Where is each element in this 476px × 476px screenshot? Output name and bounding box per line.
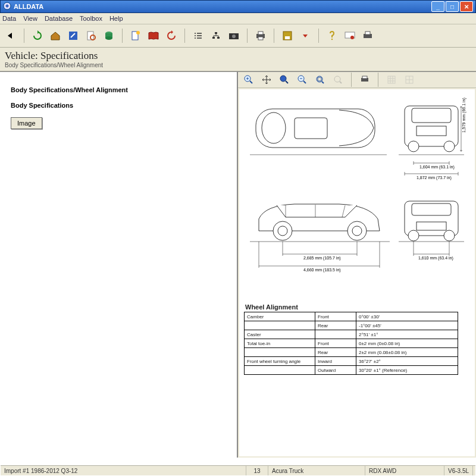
refresh-icon[interactable] — [30, 29, 45, 43]
svg-point-19 — [331, 39, 333, 40]
zoom-in-icon[interactable] — [242, 73, 256, 87]
svg-rect-32 — [388, 76, 395, 83]
save-icon[interactable] — [280, 29, 295, 43]
svg-rect-11 — [217, 37, 220, 39]
svg-rect-16 — [258, 37, 263, 40]
breadcrumb: Body Specifications/Wheel Alignment — [5, 62, 471, 68]
table-row: Outward30°20' ±1° (Reference) — [245, 366, 458, 375]
back-button[interactable] — [4, 29, 18, 43]
image-button[interactable]: Image — [11, 117, 42, 129]
svg-rect-18 — [285, 36, 290, 39]
main-toolbar — [0, 24, 476, 48]
help-icon[interactable] — [325, 29, 339, 43]
cert-icon[interactable] — [343, 29, 357, 43]
svg-rect-58 — [412, 203, 451, 215]
svg-point-40 — [408, 141, 419, 152]
grid1-icon — [384, 73, 399, 87]
grid2-icon — [402, 73, 416, 87]
close-button[interactable]: ✕ — [460, 1, 473, 12]
nav-pane: Body Specifications/Wheel Alignment Body… — [0, 72, 238, 458]
menu-toolbox[interactable]: Toolbox — [80, 15, 102, 22]
svg-rect-15 — [258, 32, 263, 35]
menu-help[interactable]: Help — [109, 15, 123, 22]
svg-point-61 — [444, 230, 455, 241]
svg-point-25 — [280, 76, 286, 82]
svg-rect-31 — [362, 76, 367, 79]
vehicle-diagram: 1,579 mm (66.1 in) 1,604 mm (63.1 in) 1,… — [239, 89, 475, 456]
table-row: Rear-1°00' ±45' — [245, 321, 458, 330]
dim-height: 1,579 mm (66.1 in) — [462, 98, 466, 133]
status-count: 13 — [246, 466, 268, 475]
svg-point-60 — [408, 230, 419, 241]
svg-rect-42 — [416, 126, 446, 136]
nav-heading-1: Body Specifications/Wheel Alignment — [11, 86, 231, 93]
print2-icon[interactable] — [361, 29, 375, 43]
app-logo-icon — [3, 2, 11, 11]
svg-point-6 — [105, 36, 112, 40]
nav-heading-2: Body Specifications — [11, 102, 231, 109]
database-icon[interactable] — [102, 29, 116, 43]
new-doc-icon[interactable] — [129, 29, 143, 43]
svg-point-41 — [444, 141, 455, 152]
home-icon[interactable] — [48, 29, 62, 43]
svg-rect-39 — [412, 108, 451, 123]
dim-wheelbase: 2,685 mm (105.7 in) — [303, 256, 341, 261]
menu-bar: Data View Database Toolbox Help — [0, 13, 476, 24]
image-toolbar — [238, 72, 476, 88]
svg-point-51 — [278, 226, 287, 236]
page-title: Vehicle: Specifications — [5, 50, 471, 62]
svg-rect-59 — [416, 222, 446, 230]
window-title: ALLDATA — [14, 3, 43, 10]
svg-rect-9 — [215, 32, 217, 34]
svg-point-8 — [136, 31, 140, 35]
menu-database[interactable]: Database — [45, 15, 73, 22]
wa-heading: Wheel Alignment — [245, 303, 470, 311]
wrench-icon[interactable] — [66, 29, 80, 43]
status-model: RDX AWD — [365, 466, 444, 475]
table-row: Total toe-inFront0±2 mm (0±0.08 in) — [245, 339, 458, 348]
camera-icon[interactable] — [227, 29, 241, 43]
status-dataset: Import #1 1986-2012 Q3-12 — [1, 466, 246, 475]
open-book-icon[interactable] — [146, 29, 161, 43]
nav-icon[interactable] — [164, 29, 178, 43]
svg-rect-35 — [295, 118, 327, 139]
menu-data[interactable]: Data — [2, 15, 16, 22]
svg-rect-28 — [318, 77, 321, 81]
dim-length: 4,660 mm (183.5 in) — [303, 268, 341, 273]
maximize-button[interactable]: □ — [446, 1, 459, 12]
dimension-drawing: 1,579 mm (66.1 in) 1,604 mm (63.1 in) 1,… — [244, 94, 470, 296]
svg-point-53 — [352, 226, 362, 236]
tree-icon[interactable] — [209, 29, 223, 43]
title-bar: ALLDATA _ □ ✕ — [0, 0, 476, 13]
list-icon[interactable] — [191, 29, 205, 43]
dim-width: 1,872 mm (73.7 in) — [416, 176, 452, 180]
page-header: Vehicle: Specifications Body Specificati… — [0, 48, 476, 71]
print-image-icon[interactable] — [358, 73, 372, 87]
table-row: Rear2±2 mm (0.08±0.08 in) — [245, 348, 458, 357]
status-bar: Import #1 1986-2012 Q3-12 13 Acura Truck… — [1, 465, 475, 475]
pan-icon[interactable] — [259, 73, 274, 87]
menu-view[interactable]: View — [23, 15, 37, 22]
dim-track-rear: 1,610 mm (63.4 in) — [418, 256, 453, 261]
status-engine: V6-3.5L — [444, 466, 473, 475]
svg-point-21 — [350, 36, 354, 39]
status-make: Acura Truck — [268, 466, 365, 475]
zoom-disabled-icon — [331, 73, 345, 87]
minimize-button[interactable]: _ — [431, 1, 444, 12]
zoom-out-icon[interactable] — [295, 73, 309, 87]
down-arrow-icon[interactable] — [298, 29, 312, 43]
doc-search-icon[interactable] — [84, 29, 98, 43]
svg-point-36 — [262, 112, 286, 143]
content-pane: 1,579 mm (66.1 in) 1,604 mm (63.1 in) 1,… — [238, 72, 476, 458]
print-icon[interactable] — [253, 29, 268, 43]
svg-rect-23 — [365, 32, 370, 35]
dim-track-front: 1,604 mm (63.1 in) — [419, 165, 455, 170]
table-row: Front wheel turning angleInward36°27' ±2… — [245, 357, 458, 366]
table-row: Caster2°51' ±1° — [245, 330, 458, 339]
table-row: CamberFront0°00' ±30' — [245, 312, 458, 321]
svg-rect-10 — [212, 37, 215, 39]
zoom-fit-icon[interactable] — [313, 73, 327, 87]
zoom-region-icon[interactable] — [277, 73, 292, 87]
svg-point-29 — [334, 76, 340, 82]
svg-point-13 — [232, 35, 236, 38]
